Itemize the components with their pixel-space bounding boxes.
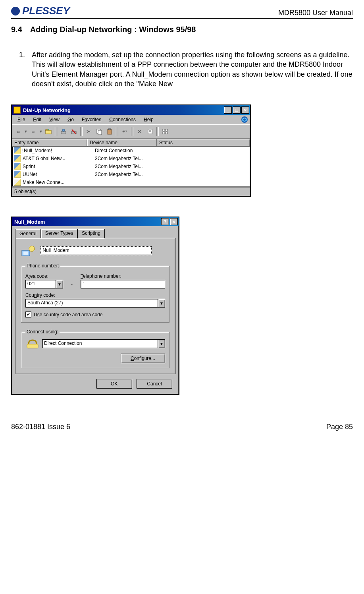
configure-button[interactable]: Configure... [121,354,165,363]
toolbar-divider [55,127,57,136]
list-header: Entry name Device name Status [12,139,250,146]
cancel-button[interactable]: Cancel [137,379,172,389]
connection-large-icon [21,245,35,257]
area-code-label: Area code: [25,273,63,279]
checkbox-icon: ✔ [25,312,31,317]
column-device-name[interactable]: Device name [87,139,157,146]
country-code-label: Country code: [25,292,165,298]
ok-button[interactable]: OK [96,379,132,389]
list-item[interactable]: Null_Modem Direct Connection [12,147,250,155]
list-item[interactable]: UUNet 3Com Megahertz Tel... [12,170,250,178]
section-number: 9.4 [11,25,22,34]
connect-using-value[interactable]: Direct Connection [42,339,158,348]
tab-scripting[interactable]: Scripting [77,229,105,238]
section-heading: 9.4 Adding Dial-up Networking : Windows … [11,25,353,34]
page-footer: 862-01881 Issue 6 Page 85 [11,423,353,431]
map-drive-button[interactable] [59,127,68,136]
step-text: After adding the modem, set up the conne… [32,51,352,88]
help-button[interactable]: ? [161,218,169,225]
svg-rect-16 [163,132,165,134]
paste-button[interactable] [105,127,114,136]
status-bar: 5 object(s) [12,187,250,196]
entry-name: Null_Modem [23,148,52,153]
footer-left: 862-01881 Issue 6 [11,423,70,431]
menu-view[interactable]: View [45,116,64,123]
country-code-combo[interactable]: South Africa (27) ▼ [25,299,165,308]
connection-icon [14,163,21,170]
device-name: 3Com Megahertz Tel... [95,172,164,177]
connect-using-group: Connect using: Direct Connection ▼ Confi… [21,329,169,368]
area-code-value[interactable]: 021 [25,280,56,288]
dialog-button-row: OK Cancel [15,374,175,390]
toolbar: ⇦ ▼ ⇨ ▼ ✂ ↶ ✕ [12,124,250,139]
column-status[interactable]: Status [157,139,250,146]
country-code-value[interactable]: South Africa (27) [25,299,158,308]
dial-up-networking-window: Dial-Up Networking _ □ × File Edit View … [11,104,251,197]
views-button[interactable] [160,127,170,136]
back-button[interactable]: ⇦ [13,127,23,136]
svg-rect-21 [27,344,38,348]
telephone-field[interactable]: 1 [81,280,165,288]
toolbar-divider [131,127,133,136]
section-title: Adding Dial-up Networking : Windows 95/9… [30,25,196,34]
close-button[interactable]: × [170,218,178,225]
forward-button[interactable]: ⇨ [29,127,38,136]
close-button[interactable]: × [241,106,249,114]
maximize-button[interactable]: □ [233,106,241,114]
modem-icon [25,338,40,350]
logo-mark-icon [11,7,20,15]
connection-icon [14,147,21,154]
menu-favorites[interactable]: Favorites [78,116,105,123]
status-text: 5 object(s) [14,189,37,194]
svg-point-4 [62,129,65,132]
list-body: Null_Modem Direct Connection AT&T Global… [12,146,250,187]
document-title: MDR5800 User Manual [278,9,353,17]
menu-connections[interactable]: Connections [105,116,140,123]
menu-edit[interactable]: Edit [29,116,45,123]
list-item[interactable]: AT&T Global Netw... 3Com Megahertz Tel..… [12,155,250,163]
entry-name: Make New Conne... [23,180,95,185]
area-code-combo[interactable]: 021 ▼ [25,280,63,288]
chevron-down-icon[interactable]: ▼ [158,339,165,348]
tab-general[interactable]: General [15,229,41,238]
dialog-titlebar[interactable]: Null_Modem ? × [12,217,179,226]
connection-name-field[interactable]: Null_Modem [40,246,152,255]
minimize-button[interactable]: _ [224,106,232,114]
copy-button[interactable] [94,127,104,136]
chevron-down-icon[interactable]: ▼ [158,299,165,308]
dialog-title: Null_Modem [14,219,45,225]
use-country-code-checkbox[interactable]: ✔ Use country code and area code [25,312,165,317]
forward-dropdown[interactable]: ▼ [39,127,43,136]
back-dropdown[interactable]: ▼ [24,127,28,136]
menu-help[interactable]: Help [140,116,158,123]
list-item[interactable]: Sprint 3Com Megahertz Tel... [12,163,250,170]
cut-button[interactable]: ✂ [84,127,94,136]
window-title: Dial-Up Networking [23,107,71,113]
menu-file[interactable]: File [13,116,29,123]
up-button[interactable] [44,127,53,136]
chevron-down-icon[interactable]: ▼ [56,280,63,288]
brand-logo: PLESSEY [11,5,70,17]
step-list: After adding the modem, set up the conne… [27,50,353,89]
list-item[interactable]: Make New Conne... [12,178,250,186]
delete-button[interactable]: ✕ [135,127,144,136]
undo-button[interactable]: ↶ [120,127,129,136]
telephone-label: Telephone number: [81,273,165,279]
connection-icon [14,155,21,162]
tab-strip: General Server Types Scripting [15,228,175,238]
window-titlebar[interactable]: Dial-Up Networking _ □ × [12,105,250,115]
disconnect-drive-button[interactable] [69,127,79,136]
svg-rect-3 [61,132,66,134]
menu-go[interactable]: Go [64,116,78,123]
use-country-code-label: Use country code and area code [34,312,102,317]
entry-name: Sprint [23,164,95,169]
step-item: After adding the modem, set up the conne… [27,50,353,89]
toolbar-divider [116,127,118,136]
tab-server-types[interactable]: Server Types [41,229,77,238]
svg-point-20 [29,246,35,252]
properties-button[interactable] [145,127,155,136]
column-entry-name[interactable]: Entry name [12,139,87,146]
svg-rect-14 [163,129,165,131]
connect-using-combo[interactable]: Direct Connection ▼ [42,339,165,348]
page-header: PLESSEY MDR5800 User Manual [11,5,353,19]
